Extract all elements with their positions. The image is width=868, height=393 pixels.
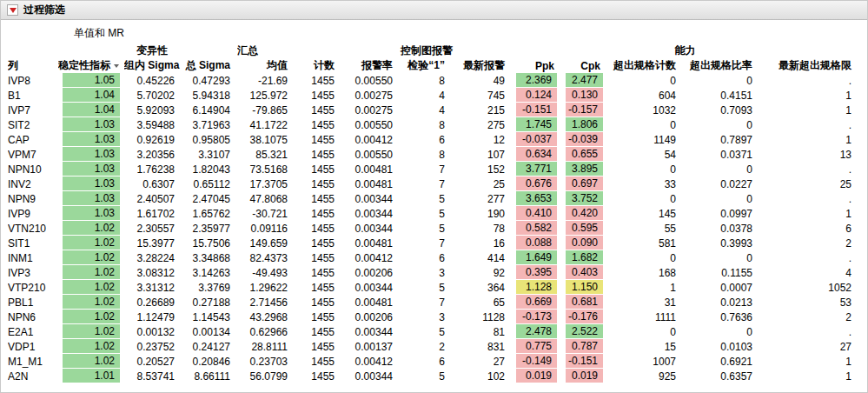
cell-name[interactable]: M1_M1: [8, 354, 58, 369]
cell-stability[interactable]: 1.02: [58, 354, 124, 369]
cell-test1[interactable]: 2: [400, 339, 452, 354]
cell-name[interactable]: VDP1: [8, 339, 58, 354]
table-row[interactable]: M1_M11.020.205270.208460.2370314550.0041…: [8, 354, 858, 369]
cell-total_sigma[interactable]: 0.27188: [182, 295, 237, 310]
cell-mean[interactable]: 149.659: [237, 236, 295, 250]
cell-alarm_rate[interactable]: 0.00550: [341, 73, 400, 88]
cell-alarm_rate[interactable]: 0.00481: [341, 236, 400, 250]
cell-ppk[interactable]: 3.771: [512, 162, 561, 177]
cell-within_sigma[interactable]: 8.53741: [124, 369, 182, 383]
cell-name[interactable]: VTP210: [8, 280, 58, 295]
cell-mean[interactable]: 0.23703: [237, 354, 295, 369]
cell-count[interactable]: 1455: [295, 88, 341, 103]
cell-test1[interactable]: 5: [400, 324, 452, 339]
cell-mean[interactable]: 41.1722: [237, 117, 295, 132]
cell-oos_rate[interactable]: 0.0103: [683, 339, 759, 354]
cell-name[interactable]: E2A1: [8, 324, 58, 339]
cell-within_sigma[interactable]: 0.26689: [124, 295, 182, 310]
cell-mean[interactable]: 1.29622: [237, 280, 295, 295]
cell-oos_count[interactable]: 604: [607, 88, 683, 103]
cell-stability[interactable]: 1.01: [58, 369, 124, 383]
col-header-cpk[interactable]: Cpk: [561, 58, 607, 73]
cell-test1[interactable]: 7: [400, 295, 452, 310]
col-header-oos-rate[interactable]: 超出规格比率: [683, 58, 759, 73]
cell-alarm_rate[interactable]: 0.00137: [341, 339, 400, 354]
table-row[interactable]: VDP11.020.237520.2412728.811114550.00137…: [8, 339, 858, 354]
col-header-stability-index[interactable]: 稳定性指标: [58, 58, 124, 73]
cell-test1[interactable]: 7: [400, 236, 452, 250]
col-header-ppk[interactable]: Ppk: [512, 58, 561, 73]
cell-cpk[interactable]: 2.522: [561, 324, 607, 339]
table-row[interactable]: B11.045.702025.94318125.97214550.0027547…: [8, 88, 858, 103]
cell-alarm_rate[interactable]: 0.00344: [341, 221, 400, 236]
cell-cpk[interactable]: -0.039: [561, 132, 607, 147]
cell-latest_alarm[interactable]: 414: [452, 250, 512, 265]
cell-ppk[interactable]: 0.634: [512, 147, 561, 162]
cell-alarm_rate[interactable]: 0.00550: [341, 117, 400, 132]
table-row[interactable]: INM11.023.282243.3486882.437314550.00412…: [8, 250, 858, 265]
cell-test1[interactable]: 5: [400, 369, 452, 383]
cell-latest_oos[interactable]: .: [759, 117, 858, 132]
cell-count[interactable]: 1455: [295, 310, 341, 324]
cell-alarm_rate[interactable]: 0.00275: [341, 103, 400, 117]
cell-ppk[interactable]: 1.745: [512, 117, 561, 132]
cell-latest_oos[interactable]: 1: [759, 88, 858, 103]
cell-latest_oos[interactable]: 1: [759, 132, 858, 147]
cell-alarm_rate[interactable]: 0.00550: [341, 147, 400, 162]
cell-stability[interactable]: 1.03: [58, 177, 124, 191]
cell-oos_rate[interactable]: 0.0371: [683, 147, 759, 162]
cell-oos_count[interactable]: 581: [607, 236, 683, 250]
cell-stability[interactable]: 1.02: [58, 221, 124, 236]
cell-oos_rate[interactable]: 0.7636: [683, 310, 759, 324]
cell-alarm_rate[interactable]: 0.00344: [341, 280, 400, 295]
cell-latest_oos[interactable]: .: [759, 73, 858, 88]
cell-oos_count[interactable]: 168: [607, 265, 683, 280]
cell-cpk[interactable]: 0.403: [561, 265, 607, 280]
col-header-mean[interactable]: 均值: [237, 58, 295, 73]
cell-ppk[interactable]: 0.088: [512, 236, 561, 250]
cell-cpk[interactable]: 1.150: [561, 280, 607, 295]
cell-alarm_rate[interactable]: 0.00344: [341, 191, 400, 206]
table-row[interactable]: NPN101.031.762381.8204373.516814550.0048…: [8, 162, 858, 177]
cell-alarm_rate[interactable]: 0.00206: [341, 265, 400, 280]
cell-ppk[interactable]: 2.478: [512, 324, 561, 339]
cell-oos_count[interactable]: 0: [607, 324, 683, 339]
table-row[interactable]: VTP2101.023.313123.37691.2962214550.0034…: [8, 280, 858, 295]
cell-stability[interactable]: 1.03: [58, 132, 124, 147]
cell-name[interactable]: IVP8: [8, 73, 58, 88]
cell-latest_alarm[interactable]: 215: [452, 103, 512, 117]
cell-within_sigma[interactable]: 0.92619: [124, 132, 182, 147]
cell-stability[interactable]: 1.03: [58, 206, 124, 221]
cell-latest_alarm[interactable]: 364: [452, 280, 512, 295]
cell-latest_alarm[interactable]: 49: [452, 73, 512, 88]
col-header-latest-oos[interactable]: 最新超出规格限: [759, 58, 858, 73]
cell-oos_rate[interactable]: 0.0007: [683, 280, 759, 295]
cell-oos_rate[interactable]: 0.0213: [683, 295, 759, 310]
cell-mean[interactable]: 125.972: [237, 88, 295, 103]
cell-oos_count[interactable]: 0: [607, 73, 683, 88]
cell-stability[interactable]: 1.02: [58, 310, 124, 324]
cell-count[interactable]: 1455: [295, 369, 341, 383]
cell-stability[interactable]: 1.02: [58, 280, 124, 295]
table-row[interactable]: INV21.030.63070.6511217.370514550.004817…: [8, 177, 858, 191]
cell-count[interactable]: 1455: [295, 147, 341, 162]
cell-mean[interactable]: -30.721: [237, 206, 295, 221]
cell-alarm_rate[interactable]: 0.00481: [341, 177, 400, 191]
cell-name[interactable]: NPN10: [8, 162, 58, 177]
cell-oos_rate[interactable]: 0.4151: [683, 88, 759, 103]
cell-within_sigma[interactable]: 3.20356: [124, 147, 182, 162]
cell-mean[interactable]: 82.4373: [237, 250, 295, 265]
cell-cpk[interactable]: 3.752: [561, 191, 607, 206]
cell-count[interactable]: 1455: [295, 206, 341, 221]
cell-within_sigma[interactable]: 0.20527: [124, 354, 182, 369]
cell-oos_count[interactable]: 33: [607, 177, 683, 191]
cell-total_sigma[interactable]: 8.66111: [182, 369, 237, 383]
cell-alarm_rate[interactable]: 0.00412: [341, 250, 400, 265]
cell-latest_alarm[interactable]: 277: [452, 191, 512, 206]
cell-test1[interactable]: 8: [400, 73, 452, 88]
cell-total_sigma[interactable]: 0.65112: [182, 177, 237, 191]
cell-within_sigma[interactable]: 3.28224: [124, 250, 182, 265]
cell-oos_rate[interactable]: 0.3993: [683, 236, 759, 250]
table-row[interactable]: SIT11.0215.397715.7506149.65914550.00481…: [8, 236, 858, 250]
cell-latest_oos[interactable]: .: [759, 191, 858, 206]
